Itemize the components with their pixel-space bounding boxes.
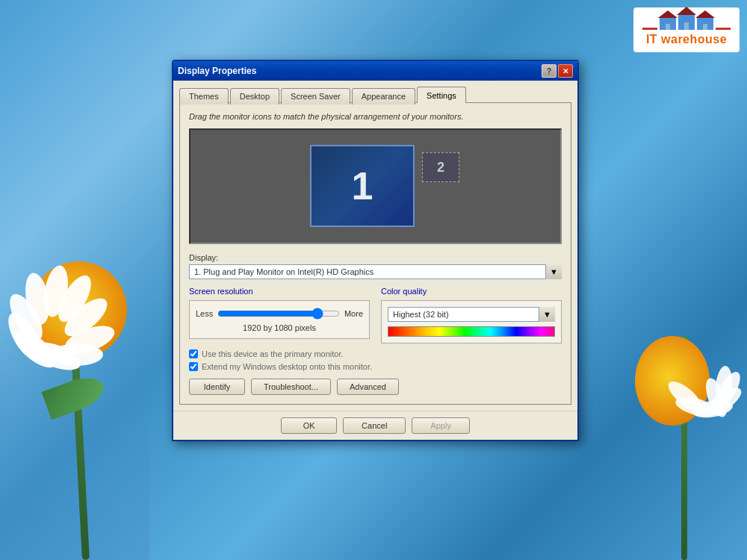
instruction-text: Drag the monitor icons to match the phys… <box>189 112 562 121</box>
extend-desktop-checkbox[interactable] <box>189 362 198 371</box>
tab-content-settings: Drag the monitor icons to match the phys… <box>179 102 571 405</box>
screen-resolution-label: Screen resolution <box>189 287 370 296</box>
tab-screensaver[interactable]: Screen Saver <box>281 88 350 105</box>
cancel-button[interactable]: Cancel <box>343 417 406 434</box>
titlebar-buttons: ? ✕ <box>542 64 573 78</box>
dialog-body: Themes Desktop Screen Saver Appearance S… <box>173 81 577 411</box>
resolution-group: Less More 1920 by 1080 pixels <box>189 300 370 339</box>
logo-houses <box>642 13 731 30</box>
monitor-preview-area: 1 2 <box>189 128 562 244</box>
settings-row: Screen resolution Less More 1920 by 1080… <box>189 287 562 343</box>
monitor-2-icon[interactable]: 2 <box>422 152 459 182</box>
primary-monitor-checkbox-row: Use this device as the primary monitor. <box>189 349 562 358</box>
tab-appearance[interactable]: Appearance <box>352 88 415 105</box>
logo-container: IT warehouse <box>633 7 740 52</box>
color-quality-arrow: ▼ <box>539 307 555 322</box>
troubleshoot-button[interactable]: Troubleshoot... <box>251 379 331 395</box>
color-quality-label: Color quality <box>381 287 562 296</box>
color-group: Highest (32 bit) ▼ <box>381 300 562 343</box>
display-dropdown-wrapper: 1. Plug and Play Monitor on Intel(R) HD … <box>189 264 562 279</box>
dialog-title: Display Properties <box>178 66 256 76</box>
screen-resolution-group: Screen resolution Less More 1920 by 1080… <box>189 287 370 343</box>
display-dropdown[interactable]: 1. Plug and Play Monitor on Intel(R) HD … <box>189 264 562 279</box>
logo-text: IT warehouse <box>646 33 727 46</box>
close-button[interactable]: ✕ <box>558 64 573 78</box>
help-button[interactable]: ? <box>542 64 557 78</box>
color-dropdown-wrapper: Highest (32 bit) ▼ <box>388 307 555 322</box>
identify-button[interactable]: Identify <box>189 379 245 395</box>
color-bar <box>388 326 555 337</box>
tab-themes[interactable]: Themes <box>179 88 229 105</box>
ok-button[interactable]: OK <box>281 417 337 434</box>
monitor-1-label: 1 <box>352 164 374 208</box>
dialog-overlay: Display Properties ? ✕ Themes Desktop Sc… <box>172 60 579 441</box>
tab-desktop[interactable]: Desktop <box>230 88 279 105</box>
primary-monitor-label: Use this device as the primary monitor. <box>202 349 344 358</box>
tabs-container: Themes Desktop Screen Saver Appearance S… <box>179 87 571 103</box>
extend-desktop-label: Extend my Windows desktop onto this moni… <box>202 362 372 371</box>
primary-monitor-checkbox[interactable] <box>189 349 198 358</box>
dialog-titlebar: Display Properties ? ✕ <box>173 61 577 81</box>
logo-line-right <box>716 28 731 30</box>
resolution-more-label: More <box>344 309 363 318</box>
slider-row: Less More <box>196 307 363 320</box>
monitor-1-icon[interactable]: 1 <box>310 145 415 227</box>
resolution-value: 1920 by 1080 pixels <box>196 323 363 332</box>
action-buttons-row: Identify Troubleshoot... Advanced <box>189 379 562 395</box>
display-section-label: Display: <box>189 253 562 262</box>
apply-button[interactable]: Apply <box>412 417 470 434</box>
extend-desktop-checkbox-row: Extend my Windows desktop onto this moni… <box>189 362 562 371</box>
color-quality-dropdown[interactable]: Highest (32 bit) <box>388 307 555 322</box>
dialog-footer: OK Cancel Apply <box>173 411 577 440</box>
resolution-less-label: Less <box>196 309 213 318</box>
advanced-button[interactable]: Advanced <box>337 379 399 395</box>
color-quality-group: Color quality Highest (32 bit) ▼ <box>381 287 562 343</box>
monitor-2-label: 2 <box>437 160 444 175</box>
tab-settings[interactable]: Settings <box>417 87 466 103</box>
resolution-slider[interactable] <box>217 307 340 320</box>
logo-line-left <box>642 28 657 30</box>
display-properties-dialog: Display Properties ? ✕ Themes Desktop Sc… <box>172 60 579 441</box>
